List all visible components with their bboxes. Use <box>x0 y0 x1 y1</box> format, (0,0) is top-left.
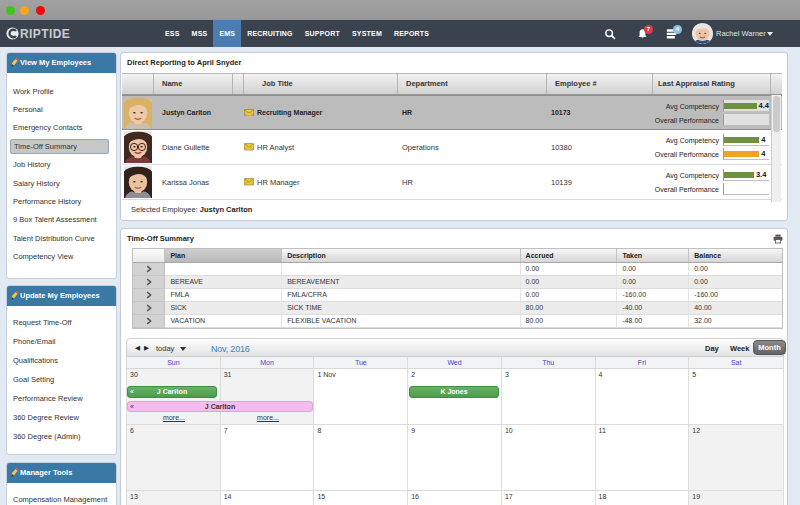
sidebar-item-work-profile[interactable]: Work Profile <box>7 82 116 100</box>
nav-item-mss[interactable]: MSS <box>186 20 214 47</box>
calendar-today-caret-icon[interactable] <box>180 347 186 351</box>
row-expander-icon[interactable] <box>133 302 165 315</box>
sidebar-item-time-off-summary[interactable]: Time-Off Summary <box>7 137 116 155</box>
brand-logo[interactable]: RIPTIDE <box>6 20 70 47</box>
sidebar-item-360-degree-admin-[interactable]: 360 Degree (Admin) <box>7 427 116 446</box>
calendar-day-cell[interactable]: 7 <box>221 425 315 491</box>
sidebar-item-request-time-off[interactable]: Request Time-Off <box>7 313 116 332</box>
calendar-more-link[interactable]: more... <box>127 414 221 421</box>
sidebar-item-label: 9 Box Talent Assessment <box>10 213 100 226</box>
timeoff-taken: -40.00 <box>617 302 689 315</box>
calendar-event[interactable]: K Jones <box>409 386 499 398</box>
event-continues-left-icon: « <box>130 387 134 397</box>
timeoff-balance: 40.00 <box>689 302 782 315</box>
calendar-day-cell[interactable]: 18 <box>596 491 690 505</box>
user-avatar[interactable] <box>692 23 713 44</box>
nav-item-ess[interactable]: ESS <box>159 20 186 47</box>
sidebar-item-label: Performance Review <box>10 392 86 405</box>
calendar-day-cell[interactable]: 15 <box>314 491 408 505</box>
sidebar-item-performance-history[interactable]: Performance History <box>7 192 116 210</box>
calendar-day-cell[interactable]: 16 <box>408 491 502 505</box>
rating-line: Overall Performance4 <box>653 147 771 161</box>
calendar-today-button[interactable]: today <box>156 344 174 353</box>
nav-item-recruiting[interactable]: RECRUITING <box>241 20 299 47</box>
timeoff-row[interactable]: SICKSICK TIME80.00-40.0040.00 <box>133 302 782 315</box>
calendar-day-cell[interactable]: 17 <box>502 491 596 505</box>
employee-row[interactable]: Karissa Jonas HR ManagerHR10139Avg Compe… <box>122 165 782 200</box>
nav-item-ems[interactable]: EMS <box>213 20 241 47</box>
sidebar-item-goal-setting[interactable]: Goal Setting <box>7 370 116 389</box>
email-icon[interactable] <box>244 178 254 186</box>
sidebar-item-competency-view[interactable]: Competency View <box>7 248 116 266</box>
email-icon[interactable] <box>244 143 254 151</box>
calendar-day-cell[interactable]: 19 <box>689 491 783 505</box>
sidebar-item-personal[interactable]: Personal <box>7 100 116 118</box>
employee-row[interactable]: Diane Gullette HR AnalystOperations10380… <box>122 130 782 165</box>
calendar-event[interactable]: «J Carlton <box>127 401 313 412</box>
timeoff-rows: 0.000.000.00BEREAVEBEREAVEMENT0.000.000.… <box>133 263 782 328</box>
notifications-bell-icon[interactable] <box>637 20 653 47</box>
print-icon[interactable] <box>773 230 783 248</box>
calendar-week-button[interactable]: Week <box>730 344 749 353</box>
timeoff-row[interactable]: VACATIONFLEXIBLE VACATION80.00-48.0032.0… <box>133 315 782 328</box>
sidebar-item-job-history[interactable]: Job History <box>7 156 116 174</box>
calendar-day-cell[interactable]: 13 <box>127 491 221 505</box>
calendar-next-button[interactable]: ▶ <box>144 344 149 351</box>
search-icon[interactable] <box>604 20 622 47</box>
rating-value: 4 <box>761 149 765 158</box>
sidebar-item-phone-email[interactable]: Phone/Email <box>7 332 116 351</box>
timeoff-row[interactable]: FMLAFMLA/CFRA0.00-160.00-160.00 <box>133 289 782 302</box>
calendar-day-cell[interactable]: 3 <box>502 369 596 425</box>
sidebar-item-performance-review[interactable]: Performance Review <box>7 389 116 408</box>
nav-item-reports[interactable]: REPORTS <box>388 20 435 47</box>
direct-reporting-header-row: NameJob TitleDepartmentEmployee #Last Ap… <box>122 73 782 95</box>
traffic-light-green[interactable] <box>6 6 15 15</box>
calendar-day-cell[interactable]: 12 <box>689 425 783 491</box>
calendar-day-cell[interactable]: 4 <box>596 369 690 425</box>
calendar-day-cell[interactable]: 8 <box>314 425 408 491</box>
user-menu-caret-icon[interactable] <box>767 32 773 36</box>
calendar-month-button[interactable]: Month <box>753 340 786 355</box>
employee-row[interactable]: Justyn Carlton Recruiting ManagerHR10173… <box>122 95 782 130</box>
calendar-day-cell[interactable]: 11 <box>596 425 690 491</box>
sidebar-item-360-degree-review[interactable]: 360 Degree Review <box>7 408 116 427</box>
timeoff-row[interactable]: 0.000.000.00 <box>133 263 782 276</box>
calendar-event[interactable]: «J Carlton <box>127 386 217 398</box>
timeoff-row[interactable]: BEREAVEBEREAVEMENT0.000.000.00 <box>133 276 782 289</box>
calendar-day-cell[interactable]: 6 <box>127 425 221 491</box>
calendar-day-cell[interactable]: 1 Nov <box>314 369 408 425</box>
traffic-light-yellow[interactable] <box>20 6 29 15</box>
traffic-light-red[interactable] <box>36 6 45 15</box>
rating-label: Overall Performance <box>653 117 719 124</box>
calendar-day-cell[interactable]: 9 <box>408 425 502 491</box>
row-expander-icon[interactable] <box>133 289 165 302</box>
dr-col-header <box>771 74 781 94</box>
nav-item-support[interactable]: SUPPORT <box>299 20 346 47</box>
row-expander-icon[interactable] <box>133 315 165 328</box>
nav-item-system[interactable]: SYSTEM <box>346 20 388 47</box>
scrollbar-thumb[interactable] <box>773 96 780 132</box>
sidebar-item-9-box-talent-assessment[interactable]: 9 Box Talent Assessment <box>7 211 116 229</box>
sidebar-item-emergency-contacts[interactable]: Emergency Contacts <box>7 119 116 137</box>
calendar-day-cell[interactable]: 5 <box>689 369 783 425</box>
calendar-date-number: 3 <box>502 369 595 378</box>
sidebar-item-compensation-management[interactable]: Compensation Management <box>7 490 116 505</box>
calendar-day-cell[interactable]: 10 <box>502 425 596 491</box>
sidebar-item-qualifications[interactable]: Qualifications <box>7 351 116 370</box>
user-name[interactable]: Rachel Warner <box>716 20 766 47</box>
row-expander-icon[interactable] <box>133 276 165 289</box>
timeoff-header-row: PlanDescriptionAccruedTakenBalance <box>133 249 782 263</box>
sidebar-item-talent-distribution-curve[interactable]: Talent Distribution Curve <box>7 229 116 247</box>
employee-name: Justyn Carlton <box>154 96 233 129</box>
calendar-prev-button[interactable]: ◀ <box>135 344 140 351</box>
calendar-day-header-tue: Tue <box>314 357 408 368</box>
calendar-date-number: 6 <box>127 425 220 434</box>
row-expander-icon[interactable] <box>133 263 165 276</box>
sidebar-item-salary-history[interactable]: Salary History <box>7 174 116 192</box>
activity-feed-icon[interactable] <box>666 20 682 47</box>
calendar-day-cell[interactable]: 14 <box>221 491 315 505</box>
calendar-more-link[interactable]: more... <box>221 414 315 421</box>
email-icon[interactable] <box>244 109 254 117</box>
calendar-day-button[interactable]: Day <box>705 344 719 353</box>
table-scrollbar[interactable] <box>771 95 781 202</box>
